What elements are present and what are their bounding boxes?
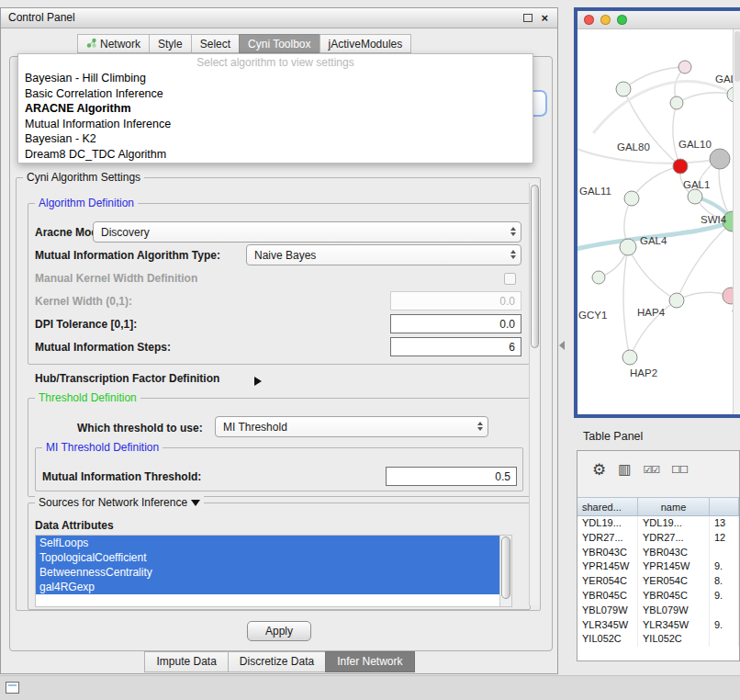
attribute-item[interactable]: SelfLoops	[36, 536, 499, 550]
table-row[interactable]: YIL052CYIL052C	[577, 632, 739, 647]
zoom-window-icon[interactable]	[617, 15, 627, 25]
table-row[interactable]: YBL079WYBL079W	[577, 604, 739, 618]
mi-threshold-input[interactable]: 0.5	[386, 467, 517, 486]
manual-kernel-checkbox[interactable]	[504, 273, 516, 285]
network-node[interactable]	[673, 159, 688, 174]
node-label: GAL1	[683, 179, 710, 190]
manual-kernel-label: Manual Kernel Width Definition	[35, 272, 197, 285]
node-table: shared...name YDL19...YDL19...13YDR27...…	[577, 497, 739, 660]
kernel-width-input[interactable]: 0.0	[390, 291, 521, 310]
network-view-window[interactable]: GALGAL80GAL10GAL11GAL1SWI4GAL4GCY1HAP4HA…	[574, 7, 740, 418]
list-scrollbar[interactable]	[499, 536, 511, 606]
table-row[interactable]: YPR145WYPR145W9.	[577, 559, 739, 574]
panel-splitter-handle[interactable]	[559, 341, 565, 350]
algorithm-option[interactable]: Dream8 DC_TDC Algorithm	[18, 147, 533, 163]
table-row[interactable]: YBR045CYBR045C9.	[577, 589, 739, 604]
network-edge	[623, 247, 630, 357]
bottom-tab-impute-data[interactable]: Impute Data	[144, 651, 228, 672]
apply-button[interactable]: Apply	[247, 621, 311, 641]
network-node[interactable]	[616, 82, 631, 96]
tab-select[interactable]: Select	[191, 34, 240, 53]
table-cell: YBL079W	[577, 604, 638, 618]
collapse-arrow-icon	[191, 500, 200, 506]
control-panel-titlebar[interactable]: Control Panel ×	[1, 8, 557, 28]
node-label: GAL11	[579, 186, 611, 197]
algorithm-option[interactable]: ARACNE Algorithm	[18, 101, 533, 117]
network-scrollbar-thumb[interactable]	[734, 31, 740, 82]
which-threshold-value: MI Threshold	[223, 421, 287, 434]
column-header[interactable]: name	[638, 498, 710, 515]
settings-scrollbar[interactable]	[529, 183, 540, 605]
network-node[interactable]	[669, 293, 684, 308]
deselect-all-icon[interactable]: ☐☐	[671, 464, 688, 476]
attribute-item[interactable]: gal4RGexp	[36, 580, 499, 594]
table-row[interactable]: YLR345WYLR345W9.	[577, 618, 739, 633]
mi-type-value: Naive Bayes	[254, 249, 316, 262]
column-header[interactable]: shared...	[577, 498, 638, 515]
column-header[interactable]	[710, 498, 739, 515]
network-node[interactable]	[670, 96, 683, 109]
minimize-window-icon[interactable]	[600, 15, 611, 25]
table-row[interactable]: YER054CYER054C8.	[577, 574, 739, 589]
float-window-icon[interactable]	[523, 11, 533, 25]
network-node[interactable]	[624, 191, 639, 206]
table-cell: YBR045C	[577, 589, 638, 604]
network-node[interactable]	[678, 61, 691, 73]
tab-cyni-toolbox[interactable]: Cyni Toolbox	[239, 34, 320, 53]
network-edge	[623, 67, 685, 89]
data-attributes-listbox[interactable]: SelfLoopsTopologicalCoefficientBetweenne…	[35, 535, 512, 607]
network-node[interactable]	[688, 189, 702, 204]
network-edge	[677, 93, 734, 103]
tab-style[interactable]: Style	[149, 34, 192, 53]
algorithm-option[interactable]: Basic Correlation Inference	[18, 86, 533, 102]
columns-icon[interactable]: ▥	[618, 461, 631, 478]
which-threshold-select[interactable]: MI Threshold	[215, 416, 488, 437]
tab-network[interactable]: Network	[77, 34, 150, 53]
table-row[interactable]: YDL19...YDL19...13	[577, 516, 739, 531]
float-square-icon	[523, 14, 533, 22]
bottom-tab-infer-network[interactable]: Infer Network	[325, 651, 414, 672]
tab-label: Select	[200, 38, 230, 51]
attribute-item[interactable]: BetweennessCentrality	[36, 565, 499, 580]
aracne-mode-select[interactable]: Discovery	[93, 221, 521, 243]
mi-steps-input[interactable]: 6	[390, 337, 521, 356]
list-scrollbar-thumb[interactable]	[501, 536, 510, 599]
dpi-tolerance-input[interactable]: 0.0	[390, 314, 521, 333]
tab-jactivemodules[interactable]: jActiveModules	[320, 34, 412, 53]
table-cell: YBR043C	[577, 546, 638, 560]
network-edge	[673, 103, 680, 166]
algorithm-option[interactable]: Bayesian - Hill Climbing	[18, 71, 533, 86]
algorithm-option[interactable]: Bayesian - K2	[18, 131, 533, 147]
table-row[interactable]: YBR043CYBR043C	[577, 546, 739, 560]
network-vertical-scrollbar[interactable]	[733, 29, 740, 414]
network-window-titlebar[interactable]	[577, 11, 740, 29]
bottom-tabs: Impute DataDiscretize DataInfer Network	[1, 651, 559, 672]
select-all-icon[interactable]: ☑☑	[643, 464, 659, 476]
close-window-icon[interactable]	[584, 15, 594, 25]
dpi-tolerance-label: DPI Tolerance [0,1]:	[35, 318, 137, 331]
table-cell: YPR145W	[638, 559, 710, 574]
control-tabs: NetworkStyleSelectCyni ToolboxjActiveMod…	[78, 34, 411, 53]
network-node[interactable]	[620, 239, 636, 255]
node-label: GCY1	[578, 310, 607, 321]
table-row[interactable]: YDR27...YDR27...12	[577, 531, 739, 546]
network-edge	[632, 166, 680, 198]
bottom-tab-discretize-data[interactable]: Discretize Data	[228, 651, 326, 672]
table-cell: YLR345W	[577, 618, 638, 633]
table-cell: 13	[710, 516, 739, 531]
expand-arrow-icon[interactable]	[254, 373, 262, 390]
node-label: HAP4	[637, 307, 666, 318]
close-window-icon[interactable]: ×	[541, 11, 548, 25]
network-node[interactable]	[592, 271, 605, 284]
attribute-item[interactable]: TopologicalCoefficient	[36, 550, 499, 565]
network-node[interactable]	[622, 350, 637, 365]
restore-panel-icon[interactable]	[6, 682, 19, 694]
settings-gear-icon[interactable]: ⚙	[592, 460, 606, 479]
sources-legend[interactable]: Sources for Network Inference	[35, 496, 204, 509]
table-toolbar: ⚙ ▥ ☑☑ ☐☐	[577, 451, 739, 488]
network-node[interactable]	[710, 149, 730, 169]
settings-scrollbar-thumb[interactable]	[531, 185, 539, 348]
algorithm-option[interactable]: Mutual Information Inference	[18, 117, 533, 132]
network-canvas[interactable]: GALGAL80GAL10GAL11GAL1SWI4GAL4GCY1HAP4HA…	[577, 29, 740, 414]
mi-type-select[interactable]: Naive Bayes	[246, 244, 521, 265]
